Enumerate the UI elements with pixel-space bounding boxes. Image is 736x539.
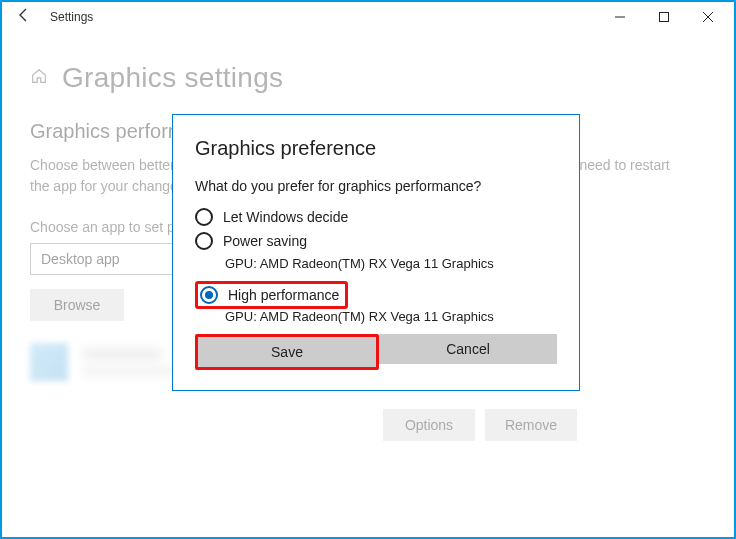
cancel-button[interactable]: Cancel <box>379 334 557 364</box>
radio-subtext: GPU: AMD Radeon(TM) RX Vega 11 Graphics <box>225 309 557 324</box>
radio-label: Power saving <box>223 233 307 249</box>
back-button[interactable] <box>6 7 42 27</box>
save-button[interactable]: Save <box>198 337 376 367</box>
radio-label: Let Windows decide <box>223 209 348 225</box>
radio-subtext: GPU: AMD Radeon(TM) RX Vega 11 Graphics <box>225 256 557 271</box>
radio-high-performance[interactable]: High performance <box>195 281 348 309</box>
radio-let-windows-decide[interactable]: Let Windows decide <box>195 208 557 226</box>
radio-icon <box>195 208 213 226</box>
radio-label: High performance <box>228 287 339 303</box>
titlebar: Settings <box>2 2 734 32</box>
dialog-question: What do you prefer for graphics performa… <box>195 178 557 194</box>
close-button[interactable] <box>686 3 730 31</box>
svg-rect-1 <box>660 13 669 22</box>
window-title: Settings <box>50 10 93 24</box>
radio-icon <box>200 286 218 304</box>
minimize-button[interactable] <box>598 3 642 31</box>
radio-icon <box>195 232 213 250</box>
dialog-title: Graphics preference <box>195 137 557 160</box>
radio-power-saving[interactable]: Power saving <box>195 232 557 250</box>
maximize-button[interactable] <box>642 3 686 31</box>
settings-window: Settings Graphics settings Graphics perf… <box>0 0 736 539</box>
save-highlight: Save <box>195 334 379 370</box>
graphics-preference-dialog: Graphics preference What do you prefer f… <box>172 114 580 391</box>
